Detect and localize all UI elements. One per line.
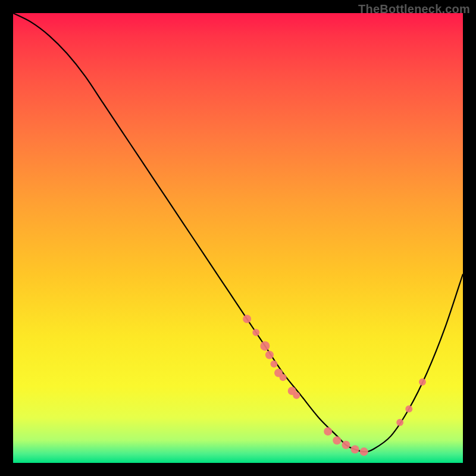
data-point	[280, 374, 287, 381]
data-point	[333, 436, 341, 444]
data-point	[271, 361, 278, 368]
bottleneck-curve	[13, 13, 463, 452]
data-point	[252, 329, 259, 336]
curve-group	[13, 13, 463, 452]
plot-area	[13, 13, 463, 463]
data-point	[243, 315, 251, 323]
watermark-text: TheBottleneck.com	[358, 2, 470, 16]
data-point	[260, 341, 270, 350]
data-point	[419, 378, 426, 386]
data-point	[396, 419, 403, 426]
chart-svg	[13, 13, 463, 463]
data-point	[293, 392, 300, 399]
chart-container: TheBottleneck.com	[0, 0, 476, 476]
data-point	[265, 351, 274, 359]
data-point	[342, 441, 350, 449]
data-markers	[243, 315, 426, 456]
data-point	[324, 427, 332, 436]
data-point	[405, 405, 412, 412]
data-point	[351, 445, 359, 453]
data-point	[360, 447, 368, 456]
